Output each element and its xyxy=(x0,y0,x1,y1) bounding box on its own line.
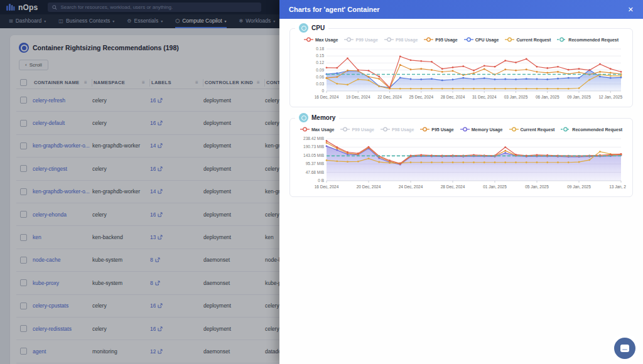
drawer-header: Charts for 'agent' Container ✕ xyxy=(279,0,643,19)
legend-item-p98-usage[interactable]: P98 Usage xyxy=(384,37,418,42)
drawer-body: CPU Max UsageP99 UsageP98 UsageP95 Usage… xyxy=(279,19,643,364)
svg-text:22 Dec, 2024: 22 Dec, 2024 xyxy=(377,95,402,99)
legend-marker-icon xyxy=(381,127,390,132)
svg-text:16 Dec, 2024: 16 Dec, 2024 xyxy=(315,95,339,99)
legend-marker-icon xyxy=(344,37,354,42)
svg-text:01 Jan, 2025: 01 Jan, 2025 xyxy=(483,185,507,189)
memory-legend: Max UsageP99 UsageP98 UsageP95 UsageMemo… xyxy=(296,127,626,132)
svg-text:28 Dec, 2024: 28 Dec, 2024 xyxy=(441,185,465,189)
legend-item-max-usage[interactable]: Max Usage xyxy=(300,127,335,132)
svg-text:0.06: 0.06 xyxy=(316,75,324,79)
legend-marker-icon xyxy=(557,37,566,42)
legend-item-max-usage[interactable]: Max Usage xyxy=(304,37,338,42)
cpu-chart-card: CPU Max UsageP99 UsageP98 UsageP95 Usage… xyxy=(289,28,633,107)
memory-chart: 0 B47.68 MiB95.37 MiB143.05 MiB190.73 Mi… xyxy=(296,136,626,193)
svg-text:95.37 MiB: 95.37 MiB xyxy=(306,161,324,166)
svg-text:13 Jan, 2025: 13 Jan, 2025 xyxy=(609,185,626,189)
svg-text:0.15: 0.15 xyxy=(316,53,324,58)
svg-text:03 Jan, 2025: 03 Jan, 2025 xyxy=(504,95,528,99)
cpu-chart: 00.030.060.090.120.150.1816 Dec, 202419 … xyxy=(296,46,626,104)
svg-text:31 Dec, 2024: 31 Dec, 2024 xyxy=(472,95,497,99)
legend-marker-icon xyxy=(420,127,430,132)
svg-text:0: 0 xyxy=(322,88,324,93)
chart-icon xyxy=(299,113,308,122)
svg-text:47.68 MiB: 47.68 MiB xyxy=(306,170,324,174)
legend-marker-icon xyxy=(424,37,433,42)
legend-marker-icon xyxy=(300,127,310,132)
legend-marker-icon xyxy=(304,37,313,42)
chat-widget-halo xyxy=(610,334,639,363)
svg-text:0 B: 0 B xyxy=(318,178,324,183)
legend-item-current-request[interactable]: Current Request xyxy=(509,127,555,132)
legend-item-p99-usage[interactable]: P99 Usage xyxy=(340,127,374,132)
legend-item-p95-usage[interactable]: P95 Usage xyxy=(420,127,453,132)
svg-text:05 Jan, 2025: 05 Jan, 2025 xyxy=(525,185,549,189)
svg-text:190.73 MiB: 190.73 MiB xyxy=(303,144,324,149)
svg-text:0.18: 0.18 xyxy=(316,46,324,51)
svg-text:06 Jan, 2025: 06 Jan, 2025 xyxy=(536,95,559,99)
svg-text:12 Jan, 2025: 12 Jan, 2025 xyxy=(598,95,622,99)
svg-text:25 Dec, 2024: 25 Dec, 2024 xyxy=(409,95,433,99)
legend-item-recommended-request[interactable]: Recommended Request xyxy=(561,127,622,132)
memory-chart-card: Memory Max UsageP99 UsageP98 UsageP95 Us… xyxy=(289,118,633,197)
legend-item-cpu-usage[interactable]: CPU Usage xyxy=(464,37,499,42)
chat-bubble-icon xyxy=(620,345,629,352)
legend-item-memory-usage[interactable]: Memory Usage xyxy=(460,127,503,132)
svg-text:20 Dec, 2024: 20 Dec, 2024 xyxy=(357,185,381,189)
cpu-chart-title: CPU xyxy=(295,23,328,33)
legend-marker-icon xyxy=(505,37,514,42)
svg-text:143.05 MiB: 143.05 MiB xyxy=(303,153,324,158)
svg-text:0.12: 0.12 xyxy=(316,60,324,65)
svg-text:09 Jan, 2025: 09 Jan, 2025 xyxy=(567,185,591,189)
svg-text:24 Dec, 2024: 24 Dec, 2024 xyxy=(399,185,423,189)
svg-text:0.03: 0.03 xyxy=(316,82,324,86)
svg-text:28 Dec, 2024: 28 Dec, 2024 xyxy=(441,95,465,99)
legend-item-p99-usage[interactable]: P99 Usage xyxy=(344,37,377,42)
drawer-title: Charts for 'agent' Container xyxy=(289,6,380,13)
memory-chart-title: Memory xyxy=(295,113,339,122)
legend-marker-icon xyxy=(561,127,570,132)
legend-marker-icon xyxy=(460,127,470,132)
svg-text:19 Dec, 2024: 19 Dec, 2024 xyxy=(346,95,370,99)
legend-item-current-request[interactable]: Current Request xyxy=(505,37,551,42)
cpu-legend: Max UsageP99 UsageP98 UsageP95 UsageCPU … xyxy=(296,37,626,42)
legend-marker-icon xyxy=(464,37,473,42)
legend-item-p98-usage[interactable]: P98 Usage xyxy=(381,127,414,132)
app-window: nOps Search for resources, workload, use… xyxy=(0,0,643,364)
charts-drawer: Charts for 'agent' Container ✕ CPU Max U… xyxy=(279,0,643,364)
close-icon[interactable]: ✕ xyxy=(628,6,634,14)
svg-text:16 Dec, 2024: 16 Dec, 2024 xyxy=(315,185,339,189)
chart-icon xyxy=(299,23,308,33)
legend-item-p95-usage[interactable]: P95 Usage xyxy=(424,37,457,42)
svg-text:238.42 MiB: 238.42 MiB xyxy=(303,136,324,141)
legend-item-recommended-request[interactable]: Recommended Request xyxy=(557,37,619,42)
chat-widget-button[interactable] xyxy=(614,338,635,359)
svg-text:0.09: 0.09 xyxy=(316,68,324,72)
memory-chart-svg: 0 B47.68 MiB95.37 MiB143.05 MiB190.73 Mi… xyxy=(296,136,626,191)
cpu-chart-svg: 00.030.060.090.120.150.1816 Dec, 202419 … xyxy=(296,46,626,101)
legend-marker-icon xyxy=(340,127,350,132)
svg-text:09 Jan, 2025: 09 Jan, 2025 xyxy=(567,95,591,99)
legend-marker-icon xyxy=(509,127,519,132)
legend-marker-icon xyxy=(384,37,394,42)
